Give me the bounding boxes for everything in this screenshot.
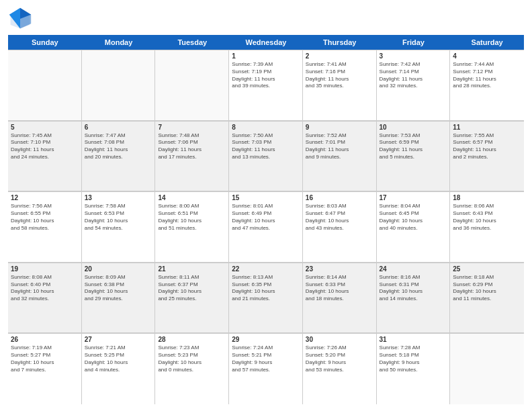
day-number: 15 [232,194,300,201]
calendar-cell: 19Sunrise: 8:08 AM Sunset: 6:40 PM Dayli… [8,263,82,333]
day-number: 3 [380,52,447,60]
weekday-header-tuesday: Tuesday [155,35,229,50]
day-info: Sunrise: 7:44 AM Sunset: 7:12 PM Dayligh… [453,61,521,90]
day-number: 16 [306,194,373,201]
day-number: 26 [11,336,79,343]
day-number: 17 [380,194,447,201]
day-info: Sunrise: 8:13 AM Sunset: 6:35 PM Dayligh… [232,274,300,303]
calendar-cell: 11Sunrise: 7:55 AM Sunset: 6:57 PM Dayli… [450,122,524,191]
calendar-cell: 30Sunrise: 7:26 AM Sunset: 5:20 PM Dayli… [303,334,377,404]
calendar-week-1: 1Sunrise: 7:39 AM Sunset: 7:19 PM Daylig… [8,50,524,121]
day-number: 27 [85,336,152,343]
logo [8,7,35,31]
calendar-cell: 10Sunrise: 7:53 AM Sunset: 6:59 PM Dayli… [377,122,451,191]
calendar-cell: 25Sunrise: 8:18 AM Sunset: 6:29 PM Dayli… [450,263,524,333]
day-info: Sunrise: 7:45 AM Sunset: 7:10 PM Dayligh… [11,132,79,161]
calendar-cell: 31Sunrise: 7:28 AM Sunset: 5:18 PM Dayli… [377,334,451,404]
day-info: Sunrise: 7:28 AM Sunset: 5:18 PM Dayligh… [380,345,447,373]
day-info: Sunrise: 7:19 AM Sunset: 5:27 PM Dayligh… [11,345,79,373]
day-number: 13 [85,194,152,201]
calendar-week-4: 19Sunrise: 8:08 AM Sunset: 6:40 PM Dayli… [8,263,524,334]
weekday-header-wednesday: Wednesday [229,35,303,50]
day-info: Sunrise: 7:58 AM Sunset: 6:53 PM Dayligh… [85,203,152,232]
day-number: 1 [232,52,300,60]
day-info: Sunrise: 8:11 AM Sunset: 6:37 PM Dayligh… [158,274,226,303]
calendar-body: 1Sunrise: 7:39 AM Sunset: 7:19 PM Daylig… [8,50,524,404]
day-info: Sunrise: 8:01 AM Sunset: 6:49 PM Dayligh… [232,203,300,232]
calendar-cell: 5Sunrise: 7:45 AM Sunset: 7:10 PM Daylig… [8,122,82,191]
calendar-cell: 23Sunrise: 8:14 AM Sunset: 6:33 PM Dayli… [303,263,377,333]
day-number: 28 [158,336,226,343]
day-number: 22 [232,265,300,273]
day-info: Sunrise: 8:16 AM Sunset: 6:31 PM Dayligh… [380,274,447,303]
calendar-cell: 3Sunrise: 7:42 AM Sunset: 7:14 PM Daylig… [377,50,451,120]
day-number: 9 [306,124,373,131]
calendar-cell: 17Sunrise: 8:04 AM Sunset: 6:45 PM Dayli… [377,192,451,262]
day-info: Sunrise: 7:47 AM Sunset: 7:08 PM Dayligh… [85,132,152,161]
calendar-cell: 6Sunrise: 7:47 AM Sunset: 7:08 PM Daylig… [82,122,156,191]
day-info: Sunrise: 7:55 AM Sunset: 6:57 PM Dayligh… [453,132,521,161]
weekday-header-monday: Monday [82,35,156,50]
logo-icon [8,7,32,31]
calendar-cell: 22Sunrise: 8:13 AM Sunset: 6:35 PM Dayli… [229,263,303,333]
day-info: Sunrise: 8:04 AM Sunset: 6:45 PM Dayligh… [380,203,447,232]
calendar-header: SundayMondayTuesdayWednesdayThursdayFrid… [8,35,524,50]
day-info: Sunrise: 8:09 AM Sunset: 6:38 PM Dayligh… [85,274,152,303]
calendar-cell: 21Sunrise: 8:11 AM Sunset: 6:37 PM Dayli… [155,263,229,333]
calendar-cell: 9Sunrise: 7:52 AM Sunset: 7:01 PM Daylig… [303,122,377,191]
calendar-cell [82,50,156,120]
day-number: 10 [380,124,447,131]
day-info: Sunrise: 8:00 AM Sunset: 6:51 PM Dayligh… [158,203,226,232]
day-number: 8 [232,124,300,131]
day-info: Sunrise: 7:50 AM Sunset: 7:03 PM Dayligh… [232,132,300,161]
calendar-cell: 16Sunrise: 8:03 AM Sunset: 6:47 PM Dayli… [303,192,377,262]
calendar-cell: 18Sunrise: 8:06 AM Sunset: 6:43 PM Dayli… [450,192,524,262]
day-number: 5 [11,124,79,131]
calendar-cell: 2Sunrise: 7:41 AM Sunset: 7:16 PM Daylig… [303,50,377,120]
day-number: 31 [380,336,447,343]
calendar-week-2: 5Sunrise: 7:45 AM Sunset: 7:10 PM Daylig… [8,121,524,192]
day-info: Sunrise: 7:21 AM Sunset: 5:25 PM Dayligh… [85,345,152,373]
day-number: 25 [453,265,521,273]
calendar-cell: 29Sunrise: 7:24 AM Sunset: 5:21 PM Dayli… [229,334,303,404]
day-info: Sunrise: 8:03 AM Sunset: 6:47 PM Dayligh… [306,203,373,232]
calendar-cell: 14Sunrise: 8:00 AM Sunset: 6:51 PM Dayli… [155,192,229,262]
day-number: 4 [453,52,521,60]
calendar-cell: 13Sunrise: 7:58 AM Sunset: 6:53 PM Dayli… [82,192,156,262]
day-info: Sunrise: 7:39 AM Sunset: 7:19 PM Dayligh… [232,61,300,90]
weekday-header-saturday: Saturday [450,35,524,50]
day-info: Sunrise: 7:26 AM Sunset: 5:20 PM Dayligh… [306,345,373,373]
day-info: Sunrise: 8:08 AM Sunset: 6:40 PM Dayligh… [11,274,79,303]
day-number: 14 [158,194,226,201]
day-info: Sunrise: 7:23 AM Sunset: 5:23 PM Dayligh… [158,345,226,373]
day-number: 11 [453,124,521,131]
weekday-header-thursday: Thursday [303,35,377,50]
calendar-cell: 20Sunrise: 8:09 AM Sunset: 6:38 PM Dayli… [82,263,156,333]
day-info: Sunrise: 8:06 AM Sunset: 6:43 PM Dayligh… [453,203,521,232]
calendar: SundayMondayTuesdayWednesdayThursdayFrid… [8,35,524,404]
calendar-cell: 26Sunrise: 7:19 AM Sunset: 5:27 PM Dayli… [8,334,82,404]
day-number: 29 [232,336,300,343]
day-info: Sunrise: 8:14 AM Sunset: 6:33 PM Dayligh… [306,274,373,303]
day-info: Sunrise: 7:42 AM Sunset: 7:14 PM Dayligh… [380,61,447,90]
day-number: 7 [158,124,226,131]
day-info: Sunrise: 7:41 AM Sunset: 7:16 PM Dayligh… [306,61,373,90]
calendar-cell: 4Sunrise: 7:44 AM Sunset: 7:12 PM Daylig… [450,50,524,120]
page-header [8,7,524,31]
day-number: 19 [11,265,79,273]
day-number: 18 [453,194,521,201]
day-info: Sunrise: 8:18 AM Sunset: 6:29 PM Dayligh… [453,274,521,303]
day-info: Sunrise: 7:48 AM Sunset: 7:06 PM Dayligh… [158,132,226,161]
day-number: 20 [85,265,152,273]
calendar-cell: 1Sunrise: 7:39 AM Sunset: 7:19 PM Daylig… [229,50,303,120]
calendar-cell: 8Sunrise: 7:50 AM Sunset: 7:03 PM Daylig… [229,122,303,191]
day-number: 24 [380,265,447,273]
day-number: 12 [11,194,79,201]
day-number: 30 [306,336,373,343]
calendar-cell [155,50,229,120]
day-number: 2 [306,52,373,60]
day-number: 21 [158,265,226,273]
calendar-cell: 15Sunrise: 8:01 AM Sunset: 6:49 PM Dayli… [229,192,303,262]
calendar-week-5: 26Sunrise: 7:19 AM Sunset: 5:27 PM Dayli… [8,333,524,404]
weekday-header-sunday: Sunday [8,35,82,50]
